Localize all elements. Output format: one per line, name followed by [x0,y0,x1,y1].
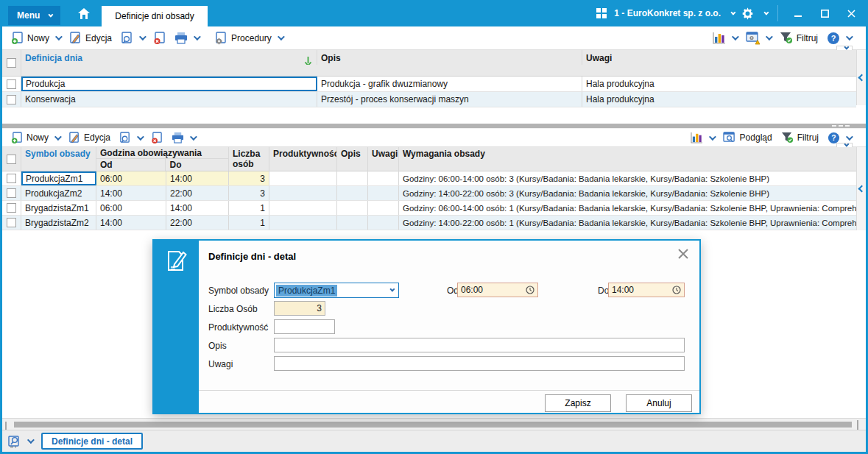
scroll-left-button[interactable] [5,422,11,428]
chevron-down-icon[interactable] [194,33,201,40]
chevron-down-icon[interactable] [846,133,853,141]
gear-icon[interactable] [741,7,754,20]
column-header-definicja-dnia[interactable]: Definicja dnia [21,50,317,65]
column-header-uwagi[interactable]: Uwagi [582,50,856,65]
chevron-down-icon[interactable] [732,33,739,40]
row-checkbox-cell[interactable] [2,77,21,91]
cell-symbol[interactable]: BrygadzistaZm1 [21,201,96,215]
cell-opis[interactable] [337,171,368,185]
cell-wymagania[interactable]: Godziny: 06:00-14:00 osób: 1 (Kursy/Bada… [399,201,856,215]
menu-button[interactable]: Menu [8,6,60,25]
column-header-liczba-osob[interactable]: Liczba osób [229,147,269,171]
cell-symbol[interactable]: BrygadzistaZm2 [21,216,96,230]
window-settings-button[interactable] [746,32,771,45]
chevron-down-icon[interactable] [766,33,773,40]
cell-uwagi[interactable] [368,201,399,215]
cell-liczba[interactable]: 1 [229,201,269,215]
column-header-symbol-obsady[interactable]: Symbol obsady [21,147,96,171]
cell-definicja[interactable]: Produkcja [21,77,317,91]
header-checkbox[interactable] [7,155,16,164]
row-checkbox[interactable] [7,95,16,104]
symbol-obsady-select[interactable]: ProdukcjaZm1 [274,283,399,298]
new-button[interactable]: Nowy [11,32,60,45]
delete-button[interactable] [151,132,163,144]
uwagi-input[interactable] [274,356,685,371]
column-header-opis[interactable]: Opis [317,50,582,65]
produktywnosc-input[interactable] [274,319,335,334]
cell-symbol[interactable]: ProdukcjaZm2 [21,186,96,200]
od-time-input[interactable]: 06:00 [457,283,538,297]
scrollbar-thumb[interactable] [14,422,852,428]
filter-button[interactable]: Filtruj [781,132,819,143]
chevron-down-icon[interactable] [190,133,197,141]
cell-do[interactable]: 22:00 [166,186,229,200]
cell-opis[interactable]: Przestój - proces konserwacji maszyn [317,92,582,107]
clock-icon[interactable] [526,285,534,294]
cell-do[interactable]: 22:00 [166,216,229,230]
open-windows-icon[interactable] [8,434,23,448]
chevron-down-icon[interactable] [278,33,285,40]
close-button[interactable] [841,4,861,23]
horizontal-scrollbar[interactable] [2,418,866,430]
cell-od[interactable]: 06:00 [96,171,166,185]
table-row[interactable]: BrygadzistaZm1 06:00 14:00 1 Godziny: 06… [2,201,856,216]
preview-button[interactable]: Podgląd [723,132,772,143]
tab-definicje-dni-obsady[interactable]: Definicje dni obsady [102,6,207,26]
chevron-down-icon[interactable] [709,133,716,141]
search-button[interactable] [119,132,142,144]
company-selector[interactable]: 1 - EuroKonkret sp. z o.o. [614,8,721,18]
header-checkbox[interactable] [7,58,16,68]
select-all-cell[interactable] [2,50,21,76]
scroll-right-button[interactable] [857,422,863,428]
cell-produktywnosc[interactable] [269,186,337,200]
column-header-wymagania[interactable]: Wymagania obsady [399,147,856,171]
print-button[interactable] [172,132,195,143]
cell-definicja[interactable]: Konserwacja [21,92,317,107]
column-header-uwagi[interactable]: Uwagi [368,147,399,171]
minimize-button[interactable] [788,4,808,23]
print-button[interactable] [174,32,199,44]
cell-opis[interactable] [337,201,368,215]
cell-symbol[interactable]: ProdukcjaZm1 [21,171,96,185]
row-checkbox[interactable] [7,203,16,213]
grid-apps-icon[interactable] [596,8,607,18]
row-checkbox-cell[interactable] [2,216,21,230]
procedures-button[interactable]: Procedury [215,32,283,45]
chart-button[interactable] [691,132,714,143]
cell-do[interactable]: 14:00 [166,171,229,185]
cell-uwagi[interactable] [368,171,399,185]
chevron-down-icon[interactable] [137,133,144,141]
row-checkbox-cell[interactable] [2,171,21,185]
cell-uwagi[interactable]: Hala produkcyjna [582,92,856,107]
table-row[interactable]: ProdukcjaZm1 06:00 14:00 3 Godziny: 06:0… [2,171,856,186]
column-header-opis[interactable]: Opis [337,147,368,171]
cell-od[interactable]: 06:00 [96,201,166,215]
column-header-do[interactable]: Do [166,159,228,171]
row-checkbox[interactable] [7,174,16,183]
home-button[interactable] [69,3,99,24]
open-window-tab[interactable]: Definicje dni - detal [41,433,143,450]
save-button[interactable]: Zapisz [545,394,611,412]
cell-wymagania[interactable]: Godziny: 14:00-22:00 osób: 3 (Kursy/Bada… [399,186,856,200]
cell-produktywnosc[interactable] [269,216,337,230]
cell-opis[interactable] [337,216,368,230]
cell-produktywnosc[interactable] [269,201,337,215]
cell-uwagi[interactable] [368,186,399,200]
cell-od[interactable]: 14:00 [96,216,166,230]
row-checkbox-cell[interactable] [2,92,21,107]
cell-opis[interactable]: Produkcja - grafik dwuzmianowy [317,77,582,91]
cell-liczba[interactable]: 3 [229,186,269,200]
clock-icon[interactable] [672,285,681,294]
opis-input[interactable] [274,338,685,352]
delete-button[interactable] [153,32,166,45]
cell-produktywnosc[interactable] [269,171,337,185]
edit-button[interactable]: Edycja [69,32,112,45]
filter-button[interactable]: Filtruj [780,32,818,44]
cell-liczba[interactable]: 1 [229,216,269,230]
cancel-button[interactable]: Anuluj [626,394,692,412]
cell-do[interactable]: 14:00 [166,201,229,215]
table-row[interactable]: BrygadzistaZm2 14:00 22:00 1 Godziny: 14… [2,216,856,230]
row-checkbox-cell[interactable] [2,186,21,200]
chevron-down-icon[interactable] [54,133,62,141]
select-all-cell[interactable] [2,147,21,171]
